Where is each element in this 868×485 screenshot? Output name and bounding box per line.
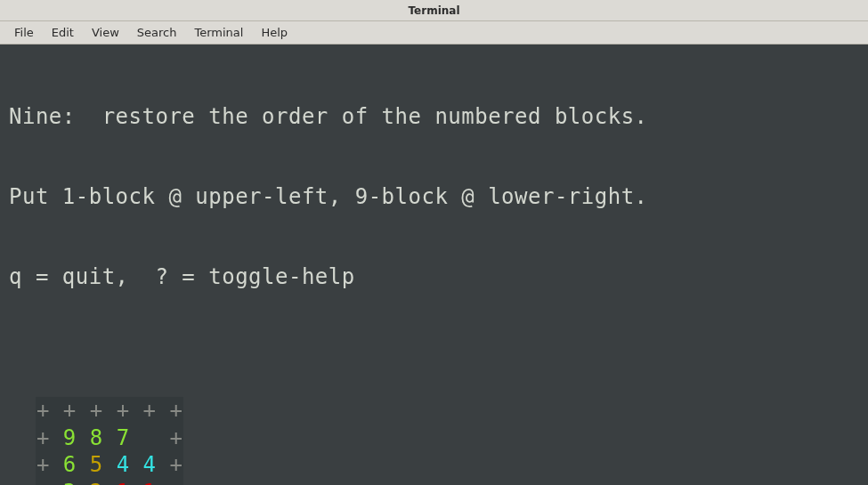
grid-space xyxy=(156,425,169,450)
grid-border: + xyxy=(169,480,183,485)
grid-cell: 6 xyxy=(63,452,77,477)
grid-space xyxy=(103,398,117,423)
grid-space xyxy=(103,425,117,450)
grid-space xyxy=(50,425,63,450)
grid-space xyxy=(130,398,143,423)
window-title: Terminal xyxy=(408,4,459,17)
grid-border: + xyxy=(169,398,183,423)
grid-space xyxy=(143,425,157,450)
grid-border: + xyxy=(63,398,77,423)
grid-border: + xyxy=(37,480,50,485)
grid-cell: 4 xyxy=(117,452,130,477)
menu-search[interactable]: Search xyxy=(128,24,186,41)
grid-cell: 4 xyxy=(143,452,157,477)
grid-space xyxy=(156,452,169,477)
help-line-3: q = quit, ? = toggle-help xyxy=(9,263,859,290)
terminal-area[interactable]: Nine: restore the order of the numbered … xyxy=(0,44,868,485)
grid-space xyxy=(103,480,117,485)
grid-cell: 7 xyxy=(117,425,130,450)
grid-cell: 9 xyxy=(63,425,77,450)
grid-space xyxy=(50,452,63,477)
grid-cell: 3 xyxy=(63,480,77,485)
grid-border: + xyxy=(143,398,157,423)
menu-edit[interactable]: Edit xyxy=(43,24,83,41)
grid-border: + xyxy=(37,452,50,477)
grid-row: + 3 2 1 1 + xyxy=(37,479,183,485)
grid-border: + xyxy=(169,425,183,450)
menu-terminal[interactable]: Terminal xyxy=(185,24,252,41)
grid-space xyxy=(77,398,90,423)
grid-row: + 6 5 4 4 + xyxy=(37,451,183,479)
menu-view[interactable]: View xyxy=(83,24,128,41)
grid-space xyxy=(50,398,63,423)
puzzle-grid: + + + + + ++ 9 8 7 ++ 6 5 4 4 ++ 3 2 1 1… xyxy=(36,397,183,485)
menubar: File Edit View Search Terminal Help xyxy=(0,21,868,44)
grid-space xyxy=(50,480,63,485)
grid-space xyxy=(130,425,143,450)
grid-space xyxy=(103,452,117,477)
grid-space xyxy=(77,480,90,485)
grid-space xyxy=(156,398,169,423)
menu-file[interactable]: File xyxy=(5,24,43,41)
grid-space xyxy=(77,425,90,450)
grid-border: + xyxy=(90,398,103,423)
help-line-2: Put 1-block @ upper-left, 9-block @ lowe… xyxy=(9,183,859,210)
grid-border: + xyxy=(117,398,130,423)
grid-space xyxy=(130,480,143,485)
window-titlebar: Terminal xyxy=(0,0,868,21)
grid-cell: 5 xyxy=(90,452,103,477)
grid-cell: 8 xyxy=(90,425,103,450)
help-line-1: Nine: restore the order of the numbered … xyxy=(9,103,859,130)
grid-space xyxy=(77,452,90,477)
grid-border: + xyxy=(37,398,50,423)
grid-border: + xyxy=(37,425,50,450)
grid-border: + xyxy=(169,452,183,477)
grid-row: + 9 8 7 + xyxy=(37,424,183,452)
grid-cell: 2 xyxy=(90,480,103,485)
menu-help[interactable]: Help xyxy=(252,24,296,41)
grid-cell: 1 xyxy=(143,480,157,485)
grid-space xyxy=(130,452,143,477)
grid-row: + + + + + + xyxy=(37,397,183,424)
grid-cell: 1 xyxy=(117,480,130,485)
blank-line xyxy=(9,344,859,370)
grid-space xyxy=(156,480,169,485)
